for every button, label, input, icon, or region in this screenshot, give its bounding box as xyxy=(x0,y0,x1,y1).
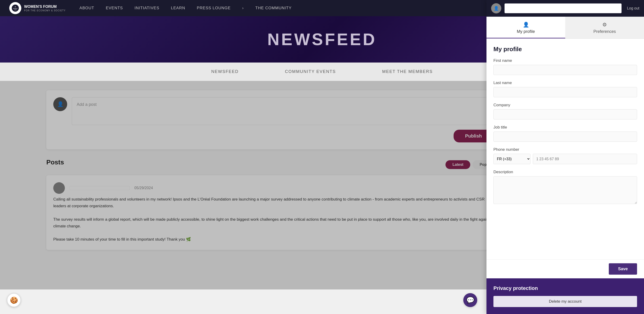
job-title-input[interactable] xyxy=(494,132,637,142)
delete-account-button[interactable]: Delete my account xyxy=(494,296,637,307)
tab-preferences[interactable]: ⚙ Preferences xyxy=(565,17,644,38)
panel-search-input[interactable] xyxy=(504,4,622,13)
logout-link[interactable]: Log out xyxy=(627,6,639,10)
cookie-button[interactable]: 🍪 xyxy=(7,293,21,307)
tab-meet-members[interactable]: MEET THE MEMBERS xyxy=(382,67,433,76)
nav-press-lounge[interactable]: PRESS LOUNGE xyxy=(197,6,230,10)
phone-number-input[interactable] xyxy=(533,154,637,164)
nav-chevron: › xyxy=(242,6,244,10)
description-group: Description xyxy=(494,170,637,205)
last-name-group: Last name xyxy=(494,80,637,97)
company-group: Company xyxy=(494,103,637,120)
panel-tabs: 👤 My profile ⚙ Preferences xyxy=(486,17,644,39)
logo-circle: W WOMEN'S FORUM xyxy=(9,2,21,14)
first-name-input[interactable] xyxy=(494,65,637,75)
chat-button[interactable]: 💬 xyxy=(463,293,477,307)
description-input[interactable] xyxy=(494,176,637,204)
nav-learn[interactable]: LEARN xyxy=(171,6,185,10)
nav-initiatives[interactable]: INITIATIVES xyxy=(134,6,160,10)
last-name-label: Last name xyxy=(494,80,637,85)
save-row: Save xyxy=(486,259,644,278)
privacy-section: Privacy protection Delete my account xyxy=(486,278,644,314)
tab-my-profile-label: My profile xyxy=(517,29,535,34)
hero-title: NEWSFEED xyxy=(267,30,377,49)
profile-icon: 👤 xyxy=(523,22,529,28)
panel-title: My profile xyxy=(494,46,637,53)
phone-number-label: Phone number xyxy=(494,147,637,152)
panel-topbar: 👤 Log out xyxy=(486,0,644,17)
svg-text:W: W xyxy=(15,6,16,8)
nav-events[interactable]: EVENTS xyxy=(106,6,123,10)
nav-about[interactable]: ABOUT xyxy=(80,6,94,10)
tab-community-events[interactable]: COMMUNITY EVENTS xyxy=(285,67,336,76)
svg-text:WOMEN'S: WOMEN'S xyxy=(13,8,18,9)
first-name-group: First name xyxy=(494,58,637,75)
description-label: Description xyxy=(494,170,637,174)
phone-number-group: Phone number FR (+33) US (+1) UK (+44) D… xyxy=(494,147,637,164)
first-name-label: First name xyxy=(494,58,637,63)
phone-country-select[interactable]: FR (+33) US (+1) UK (+44) DE (+49) ES (+… xyxy=(494,154,530,164)
dim-overlay xyxy=(0,81,486,290)
logo-subtitle: FOR THE ECONOMY & SOCIETY xyxy=(24,9,66,12)
job-title-group: Job title xyxy=(494,125,637,142)
company-input[interactable] xyxy=(494,109,637,120)
save-button[interactable]: Save xyxy=(609,263,637,275)
privacy-title: Privacy protection xyxy=(494,285,637,291)
svg-text:FORUM: FORUM xyxy=(14,10,17,10)
panel-avatar: 👤 xyxy=(491,3,501,14)
nav-community[interactable]: THE COMMUNITY xyxy=(255,6,292,10)
profile-panel: 👤 Log out 👤 My profile ⚙ Preferences My … xyxy=(486,0,644,314)
last-name-input[interactable] xyxy=(494,87,637,97)
tab-preferences-label: Preferences xyxy=(593,29,616,34)
tab-my-profile[interactable]: 👤 My profile xyxy=(486,17,565,38)
company-label: Company xyxy=(494,103,637,108)
preferences-icon: ⚙ xyxy=(602,22,607,28)
panel-body: My profile First name Last name Company … xyxy=(486,39,644,259)
logo-title: WOMEN'S FORUM xyxy=(24,4,66,9)
job-title-label: Job title xyxy=(494,125,637,130)
logo: W WOMEN'S FORUM WOMEN'S FORUM FOR THE EC… xyxy=(9,2,66,14)
tab-newsfeed[interactable]: NEWSFEED xyxy=(211,67,238,76)
